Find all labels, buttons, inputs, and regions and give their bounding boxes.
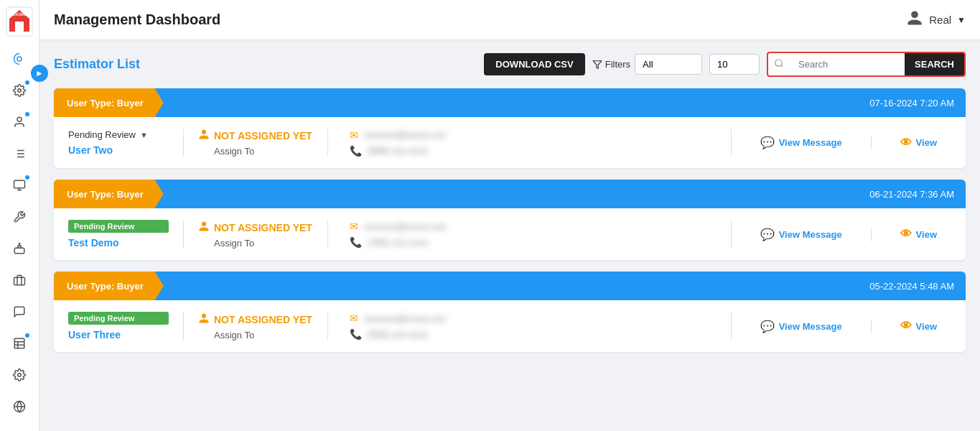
card-3: User Type: Buyer 05-22-2024 5:48 AM Pend… <box>54 272 966 352</box>
card-3-user-name[interactable]: User Three <box>68 329 169 340</box>
view-icon-3: 👁 <box>900 320 912 333</box>
view-icon: 👁 <box>900 136 912 149</box>
svg-marker-30 <box>593 60 602 68</box>
sidebar-item-tools[interactable] <box>6 204 32 230</box>
main-content: Management Dashboard Real ▼ Estimator Li… <box>39 0 980 431</box>
filter-select[interactable]: All Pending Assigned <box>635 54 702 75</box>
card-1-divider3 <box>731 129 732 157</box>
card-2-status-section: Pending Review Test Demo <box>68 220 169 249</box>
sidebar-item-settings[interactable] <box>6 78 32 103</box>
sidebar-item-settings2[interactable] <box>6 362 32 388</box>
sidebar-item-list[interactable] <box>6 141 32 167</box>
card-1-status-dropdown[interactable]: Pending Review ▼ <box>68 129 169 140</box>
logo[interactable]: HOUSING <box>5 6 34 37</box>
card-2-email: xxxxxxx@xxxxx.xxx <box>364 221 446 232</box>
card-1-assign-link[interactable]: Assign To <box>214 146 313 157</box>
card-3-email: xxxxxxx@xxxxx.xxx <box>364 313 446 324</box>
sidebar-item-dashboard[interactable] <box>6 46 32 72</box>
card-3-user-type: User Type: Buyer <box>54 272 164 300</box>
card-3-status-section: Pending Review User Three <box>68 312 169 340</box>
card-2-phone: (765) xxx-xxxx <box>368 237 428 248</box>
card-2-email-row: ✉ xxxxxxx@xxxxx.xxx <box>350 221 717 232</box>
card-2-assign-link[interactable]: Assign To <box>214 238 313 249</box>
card-3-divider2 <box>327 312 328 340</box>
card-3-view-message-button[interactable]: 💬 View Message <box>746 320 857 333</box>
card-2-view-button[interactable]: 👁 View <box>886 228 951 241</box>
svg-point-27 <box>18 374 22 377</box>
email-icon: ✉ <box>350 129 358 141</box>
svg-rect-22 <box>14 277 25 285</box>
view-icon-2: 👁 <box>900 228 912 241</box>
sidebar-item-table[interactable] <box>6 330 32 356</box>
sidebar-item-users[interactable] <box>6 109 32 135</box>
card-3-divider3 <box>731 312 732 340</box>
sidebar-item-robot[interactable] <box>6 236 32 261</box>
user-menu[interactable]: Real ▼ <box>906 9 966 31</box>
card-2-status-badge: Pending Review <box>68 220 169 233</box>
svg-rect-2 <box>15 22 24 32</box>
card-1-header: User Type: Buyer 07-16-2024 7:20 AM <box>54 88 966 117</box>
sidebar-item-briefcase[interactable] <box>6 267 32 293</box>
card-2-assign-section: NOT ASSIGNED YET Assign To <box>198 221 313 249</box>
svg-line-32 <box>781 65 783 68</box>
card-1-body: Pending Review ▼ User Two NOT ASSIGNED Y… <box>54 117 966 168</box>
sidebar-item-monitor[interactable] <box>6 172 32 198</box>
card-2-divider3 <box>731 220 732 249</box>
card-1-divider4 <box>871 136 872 149</box>
search-button[interactable]: SEARCH <box>905 53 964 75</box>
card-2-phone-row: 📞 (765) xxx-xxxx <box>350 236 717 248</box>
card-3-header: User Type: Buyer 05-22-2024 5:48 AM <box>54 272 966 300</box>
card-3-email-row: ✉ xxxxxxx@xxxxx.xxx <box>350 312 717 324</box>
card-1-assign-title: NOT ASSIGNED YET <box>198 129 313 143</box>
content-area: Estimator List DOWNLOAD CSV Filters All … <box>39 40 980 431</box>
card-2-divider <box>183 220 184 249</box>
estimator-header: Estimator List DOWNLOAD CSV Filters All … <box>54 52 966 77</box>
card-1-status-label: Pending Review <box>68 129 136 140</box>
person-icon-2 <box>198 221 210 235</box>
card-2-view-message-button[interactable]: 💬 View Message <box>746 228 857 241</box>
card-2-date: 06-21-2024 7:36 AM <box>869 189 966 200</box>
card-1-view-button[interactable]: 👁 View <box>886 136 951 149</box>
card-3-divider4 <box>871 320 872 333</box>
sidebar-item-gear2[interactable] <box>6 394 32 420</box>
svg-point-31 <box>775 60 782 66</box>
card-1-view-message-button[interactable]: 💬 View Message <box>746 136 857 149</box>
download-csv-button[interactable]: DOWNLOAD CSV <box>484 53 584 75</box>
page-title: Management Dashboard <box>54 11 220 28</box>
sidebar-collapse-button[interactable]: ► <box>31 65 48 82</box>
card-3-phone-row: 📞 (556) xxx-xxxx <box>350 328 717 340</box>
card-1-user-type: User Type: Buyer <box>54 88 164 117</box>
card-3-view-button[interactable]: 👁 View <box>886 320 951 333</box>
card-2-user-name[interactable]: Test Demo <box>68 237 169 249</box>
cards-list: User Type: Buyer 07-16-2024 7:20 AM Pend… <box>54 88 966 352</box>
per-page-select[interactable]: 10 25 50 <box>709 54 760 75</box>
user-name: Real <box>929 14 951 26</box>
card-2-divider2 <box>327 220 328 249</box>
card-1-email: xxxxxxx@xxxxx.xxx <box>364 129 446 140</box>
card-3-assign-link[interactable]: Assign To <box>214 330 313 340</box>
user-menu-chevron-icon: ▼ <box>957 15 966 25</box>
card-2-body: Pending Review Test Demo NOT ASSIGNED YE… <box>54 208 966 260</box>
card-2-user-type: User Type: Buyer <box>54 180 164 208</box>
svg-point-4 <box>17 57 22 61</box>
estimator-controls: DOWNLOAD CSV Filters All Pending Assigne… <box>484 52 966 77</box>
card-2-action-section: 💬 View Message 👁 View <box>746 228 951 241</box>
phone-icon-2: 📞 <box>350 236 362 248</box>
card-1-user-name[interactable]: User Two <box>68 144 169 156</box>
topbar: Management Dashboard Real ▼ <box>39 0 980 40</box>
svg-rect-13 <box>14 180 25 188</box>
svg-point-6 <box>17 117 22 121</box>
svg-text:HOUSING: HOUSING <box>11 12 27 17</box>
card-1-divider2 <box>327 129 328 157</box>
card-1-phone: (888) xxx-xxxx <box>368 145 428 156</box>
card-1: User Type: Buyer 07-16-2024 7:20 AM Pend… <box>54 88 966 168</box>
search-icon <box>768 58 790 70</box>
sidebar-item-chat[interactable] <box>6 299 32 325</box>
sidebar: HOUSING ► <box>0 0 39 431</box>
card-3-status-badge: Pending Review <box>68 312 169 325</box>
card-1-divider <box>183 129 184 157</box>
search-input[interactable] <box>790 53 905 75</box>
svg-point-5 <box>18 89 22 93</box>
card-2: User Type: Buyer 06-21-2024 7:36 AM Pend… <box>54 180 966 260</box>
card-1-status-chevron-icon: ▼ <box>140 131 148 139</box>
